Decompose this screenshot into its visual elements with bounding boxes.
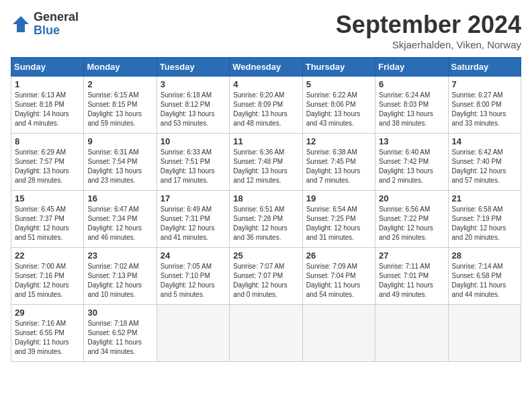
weekday-header-monday: Monday [84, 58, 157, 77]
day-info: Sunrise: 6:13 AM Sunset: 8:18 PM Dayligh… [15, 91, 80, 128]
day-number: 6 [379, 79, 444, 89]
day-number: 1 [15, 79, 80, 89]
day-number: 25 [233, 250, 298, 261]
svg-marker-0 [13, 16, 29, 32]
day-number: 28 [452, 250, 517, 261]
calendar-cell: 16Sunrise: 6:47 AM Sunset: 7:34 PM Dayli… [84, 191, 157, 248]
day-info: Sunrise: 7:07 AM Sunset: 7:07 PM Dayligh… [233, 262, 298, 300]
day-number: 9 [87, 136, 152, 146]
location: Skjaerhalden, Viken, Norway [336, 39, 521, 50]
day-number: 23 [87, 250, 152, 261]
calendar-cell: 7Sunrise: 6:27 AM Sunset: 8:00 PM Daylig… [448, 77, 521, 134]
calendar-cell: 24Sunrise: 7:05 AM Sunset: 7:10 PM Dayli… [157, 248, 229, 305]
day-number: 26 [306, 250, 371, 261]
day-info: Sunrise: 6:15 AM Sunset: 8:15 PM Dayligh… [87, 91, 152, 128]
day-number: 4 [233, 79, 298, 89]
calendar-cell: 27Sunrise: 7:11 AM Sunset: 7:01 PM Dayli… [375, 248, 448, 305]
day-number: 16 [87, 193, 152, 203]
logo-blue-text: Blue [34, 24, 79, 38]
day-info: Sunrise: 7:09 AM Sunset: 7:04 PM Dayligh… [306, 262, 371, 300]
calendar-cell: 22Sunrise: 7:00 AM Sunset: 7:16 PM Dayli… [11, 248, 84, 305]
day-number: 14 [452, 136, 517, 146]
day-number: 22 [15, 250, 80, 261]
calendar-week-row: 15Sunrise: 6:45 AM Sunset: 7:37 PM Dayli… [11, 191, 521, 248]
day-number: 21 [452, 193, 517, 203]
day-info: Sunrise: 6:18 AM Sunset: 8:12 PM Dayligh… [161, 91, 226, 128]
day-info: Sunrise: 6:42 AM Sunset: 7:40 PM Dayligh… [452, 148, 517, 185]
day-number: 15 [15, 193, 80, 203]
calendar-cell [375, 305, 448, 362]
calendar-body: 1Sunrise: 6:13 AM Sunset: 8:18 PM Daylig… [11, 77, 521, 362]
day-info: Sunrise: 6:29 AM Sunset: 7:57 PM Dayligh… [15, 148, 80, 185]
day-info: Sunrise: 7:18 AM Sunset: 6:52 PM Dayligh… [87, 319, 152, 357]
day-number: 5 [306, 79, 371, 89]
day-number: 3 [161, 79, 226, 89]
calendar-week-row: 8Sunrise: 6:29 AM Sunset: 7:57 PM Daylig… [11, 134, 521, 191]
day-info: Sunrise: 7:14 AM Sunset: 6:58 PM Dayligh… [452, 262, 517, 300]
day-info: Sunrise: 7:02 AM Sunset: 7:13 PM Dayligh… [87, 262, 152, 300]
day-info: Sunrise: 6:56 AM Sunset: 7:22 PM Dayligh… [379, 205, 444, 242]
day-info: Sunrise: 7:16 AM Sunset: 6:55 PM Dayligh… [15, 319, 80, 357]
day-info: Sunrise: 7:05 AM Sunset: 7:10 PM Dayligh… [161, 262, 226, 300]
day-number: 7 [452, 79, 517, 89]
calendar-cell: 19Sunrise: 6:54 AM Sunset: 7:25 PM Dayli… [302, 191, 375, 248]
calendar-cell: 11Sunrise: 6:36 AM Sunset: 7:48 PM Dayli… [230, 134, 302, 191]
weekday-header-saturday: Saturday [448, 58, 521, 77]
day-number: 24 [161, 250, 226, 261]
calendar-cell: 25Sunrise: 7:07 AM Sunset: 7:07 PM Dayli… [230, 248, 302, 305]
weekday-header-wednesday: Wednesday [230, 58, 302, 77]
day-number: 30 [87, 308, 152, 318]
day-info: Sunrise: 7:00 AM Sunset: 7:16 PM Dayligh… [15, 262, 80, 300]
calendar-cell: 30Sunrise: 7:18 AM Sunset: 6:52 PM Dayli… [84, 305, 157, 362]
calendar-cell: 18Sunrise: 6:51 AM Sunset: 7:28 PM Dayli… [230, 191, 302, 248]
calendar-cell: 4Sunrise: 6:20 AM Sunset: 8:09 PM Daylig… [230, 77, 302, 134]
calendar-week-row: 1Sunrise: 6:13 AM Sunset: 8:18 PM Daylig… [11, 77, 521, 134]
day-number: 10 [161, 136, 226, 146]
day-info: Sunrise: 6:20 AM Sunset: 8:09 PM Dayligh… [233, 91, 298, 128]
calendar-week-row: 29Sunrise: 7:16 AM Sunset: 6:55 PM Dayli… [11, 305, 521, 362]
day-number: 18 [233, 193, 298, 203]
day-number: 19 [306, 193, 371, 203]
day-info: Sunrise: 7:11 AM Sunset: 7:01 PM Dayligh… [379, 262, 444, 300]
calendar-cell: 1Sunrise: 6:13 AM Sunset: 8:18 PM Daylig… [11, 77, 84, 134]
calendar-cell: 3Sunrise: 6:18 AM Sunset: 8:12 PM Daylig… [157, 77, 229, 134]
calendar-cell: 2Sunrise: 6:15 AM Sunset: 8:15 PM Daylig… [84, 77, 157, 134]
month-title: September 2024 [336, 11, 521, 39]
calendar-cell: 14Sunrise: 6:42 AM Sunset: 7:40 PM Dayli… [448, 134, 521, 191]
weekday-header-sunday: Sunday [11, 58, 84, 77]
day-number: 17 [161, 193, 226, 203]
day-info: Sunrise: 6:45 AM Sunset: 7:37 PM Dayligh… [15, 205, 80, 242]
calendar-cell: 5Sunrise: 6:22 AM Sunset: 8:06 PM Daylig… [302, 77, 375, 134]
logo-icon [11, 14, 31, 34]
calendar-cell: 29Sunrise: 7:16 AM Sunset: 6:55 PM Dayli… [11, 305, 84, 362]
day-info: Sunrise: 6:31 AM Sunset: 7:54 PM Dayligh… [87, 148, 152, 185]
day-info: Sunrise: 6:47 AM Sunset: 7:34 PM Dayligh… [87, 205, 152, 242]
calendar-week-row: 22Sunrise: 7:00 AM Sunset: 7:16 PM Dayli… [11, 248, 521, 305]
calendar-cell: 21Sunrise: 6:58 AM Sunset: 7:19 PM Dayli… [448, 191, 521, 248]
day-info: Sunrise: 6:58 AM Sunset: 7:19 PM Dayligh… [452, 205, 517, 242]
calendar-cell: 23Sunrise: 7:02 AM Sunset: 7:13 PM Dayli… [84, 248, 157, 305]
day-info: Sunrise: 6:38 AM Sunset: 7:45 PM Dayligh… [306, 148, 371, 185]
calendar-cell: 20Sunrise: 6:56 AM Sunset: 7:22 PM Dayli… [375, 191, 448, 248]
day-info: Sunrise: 6:40 AM Sunset: 7:42 PM Dayligh… [379, 148, 444, 185]
calendar-cell: 13Sunrise: 6:40 AM Sunset: 7:42 PM Dayli… [375, 134, 448, 191]
day-number: 27 [379, 250, 444, 261]
calendar-table: SundayMondayTuesdayWednesdayThursdayFrid… [11, 57, 521, 362]
day-number: 2 [87, 79, 152, 89]
logo: General Blue [11, 11, 79, 38]
weekday-header-row: SundayMondayTuesdayWednesdayThursdayFrid… [11, 58, 521, 77]
day-number: 12 [306, 136, 371, 146]
calendar-cell: 9Sunrise: 6:31 AM Sunset: 7:54 PM Daylig… [84, 134, 157, 191]
calendar-cell: 15Sunrise: 6:45 AM Sunset: 7:37 PM Dayli… [11, 191, 84, 248]
day-info: Sunrise: 6:51 AM Sunset: 7:28 PM Dayligh… [233, 205, 298, 242]
calendar-cell [448, 305, 521, 362]
day-info: Sunrise: 6:36 AM Sunset: 7:48 PM Dayligh… [233, 148, 298, 185]
day-info: Sunrise: 6:33 AM Sunset: 7:51 PM Dayligh… [161, 148, 226, 185]
day-info: Sunrise: 6:54 AM Sunset: 7:25 PM Dayligh… [306, 205, 371, 242]
calendar-cell: 12Sunrise: 6:38 AM Sunset: 7:45 PM Dayli… [302, 134, 375, 191]
day-info: Sunrise: 6:27 AM Sunset: 8:00 PM Dayligh… [452, 91, 517, 128]
day-info: Sunrise: 6:24 AM Sunset: 8:03 PM Dayligh… [379, 91, 444, 128]
logo-general-text: General [34, 11, 79, 24]
title-area: September 2024 Skjaerhalden, Viken, Norw… [336, 11, 521, 50]
day-number: 29 [15, 308, 80, 318]
